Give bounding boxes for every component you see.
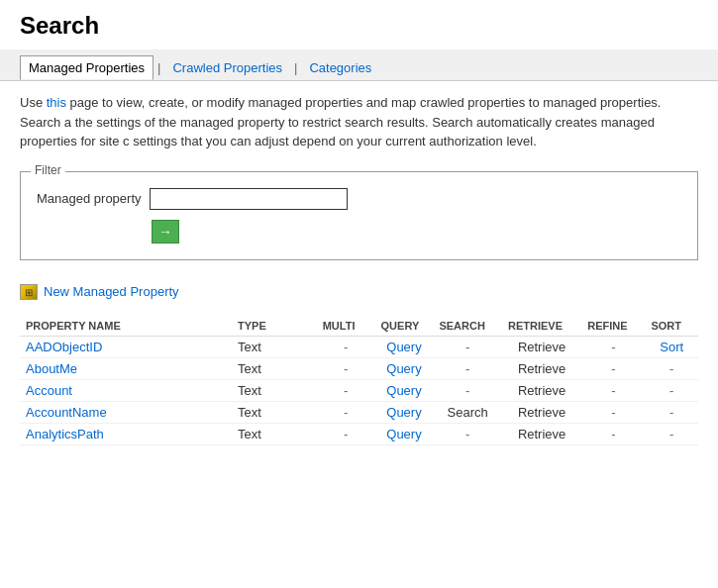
- page-header: Search: [0, 0, 718, 49]
- col-header-query: QUERY: [375, 316, 434, 337]
- go-button[interactable]: →: [152, 220, 179, 244]
- cell-name: AADObjectID: [20, 336, 232, 357]
- cell-multi: -: [317, 423, 375, 444]
- cell-name: Account: [20, 379, 232, 401]
- table-row: AADObjectIDText-Query-Retrieve-Sort: [20, 336, 698, 357]
- col-header-name: PROPERTY NAME: [20, 316, 232, 337]
- tab-managed-properties[interactable]: Managed Properties: [20, 55, 154, 80]
- table-body: AADObjectIDText-Query-Retrieve-SortAbout…: [20, 336, 698, 444]
- cell-refine: -: [581, 379, 645, 401]
- cell-name: AccountName: [20, 401, 232, 423]
- tab-crawled-properties[interactable]: Crawled Properties: [164, 56, 290, 79]
- cell-query: Query: [375, 401, 434, 423]
- cell-retrieve: Retrieve: [502, 401, 581, 423]
- property-name-link[interactable]: AnalyticsPath: [26, 427, 104, 441]
- cell-retrieve: Retrieve: [502, 379, 581, 401]
- cell-search: Search: [433, 401, 502, 423]
- new-property-container: New Managed Property: [0, 276, 718, 308]
- cell-multi: -: [317, 336, 375, 357]
- table-row: AccountNameText-QuerySearchRetrieve--: [20, 401, 698, 423]
- properties-table: PROPERTY NAME TYPE MULTI QUERY SEARCH RE…: [20, 316, 698, 445]
- filter-box: Filter Managed property →: [20, 171, 698, 260]
- filter-label: Managed property: [37, 191, 142, 206]
- nav-separator-1: |: [157, 60, 160, 75]
- properties-table-wrapper: PROPERTY NAME TYPE MULTI QUERY SEARCH RE…: [0, 316, 718, 445]
- cell-query: Query: [375, 357, 434, 379]
- new-property-icon: [20, 284, 38, 300]
- cell-sort: -: [645, 357, 698, 379]
- table-header: PROPERTY NAME TYPE MULTI QUERY SEARCH RE…: [20, 316, 698, 337]
- desc-link[interactable]: this: [47, 95, 66, 110]
- cell-sort: -: [645, 401, 698, 423]
- nav-separator-2: |: [294, 60, 297, 75]
- cell-search: -: [433, 357, 502, 379]
- cell-refine: -: [581, 401, 645, 423]
- table-row: AccountText-Query-Retrieve--: [20, 379, 698, 401]
- cell-refine: -: [581, 336, 645, 357]
- col-header-type: TYPE: [232, 316, 317, 337]
- property-name-link[interactable]: AboutMe: [26, 361, 77, 376]
- col-header-refine: REFINE: [581, 316, 645, 337]
- managed-property-input[interactable]: [150, 188, 348, 210]
- tab-categories[interactable]: Categories: [301, 56, 379, 79]
- cell-type: Text: [232, 401, 317, 423]
- table-row: AnalyticsPathText-Query-Retrieve--: [20, 423, 698, 444]
- cell-sort: -: [645, 423, 698, 444]
- col-header-multi: MULTI: [317, 316, 375, 337]
- description-text: Use this page to view, create, or modify…: [0, 81, 718, 163]
- cell-search: -: [433, 336, 502, 357]
- cell-type: Text: [232, 423, 317, 444]
- desc-prefix: Use: [20, 95, 47, 110]
- cell-refine: -: [581, 423, 645, 444]
- cell-type: Text: [232, 336, 317, 357]
- cell-multi: -: [317, 357, 375, 379]
- cell-multi: -: [317, 379, 375, 401]
- table-row: AboutMeText-Query-Retrieve--: [20, 357, 698, 379]
- cell-query: Query: [375, 336, 434, 357]
- cell-search: -: [433, 379, 502, 401]
- col-header-sort: SORT: [645, 316, 698, 337]
- cell-type: Text: [232, 357, 317, 379]
- new-managed-property-link[interactable]: New Managed Property: [44, 284, 179, 299]
- filter-legend: Filter: [31, 163, 65, 177]
- cell-search: -: [433, 423, 502, 444]
- cell-retrieve: Retrieve: [502, 357, 581, 379]
- cell-sort: Sort: [645, 336, 698, 357]
- col-header-search: SEARCH: [433, 316, 502, 337]
- go-arrow-icon: →: [158, 224, 172, 240]
- col-header-retrieve: RETRIEVE: [502, 316, 581, 337]
- cell-name: AnalyticsPath: [20, 423, 232, 444]
- cell-query: Query: [375, 423, 434, 444]
- desc-suffix: page to view, create, or modify managed …: [20, 95, 661, 148]
- cell-type: Text: [232, 379, 317, 401]
- cell-sort: -: [645, 379, 698, 401]
- property-name-link[interactable]: Account: [26, 383, 72, 398]
- property-name-link[interactable]: AADObjectID: [26, 340, 102, 354]
- cell-multi: -: [317, 401, 375, 423]
- cell-retrieve: Retrieve: [502, 423, 581, 444]
- filter-row: Managed property: [37, 188, 681, 210]
- page-title: Search: [20, 12, 698, 40]
- cell-retrieve: Retrieve: [502, 336, 581, 357]
- cell-query: Query: [375, 379, 434, 401]
- cell-name: AboutMe: [20, 357, 232, 379]
- nav-tabs: Managed Properties | Crawled Properties …: [0, 49, 718, 81]
- cell-refine: -: [581, 357, 645, 379]
- property-name-link[interactable]: AccountName: [26, 405, 107, 420]
